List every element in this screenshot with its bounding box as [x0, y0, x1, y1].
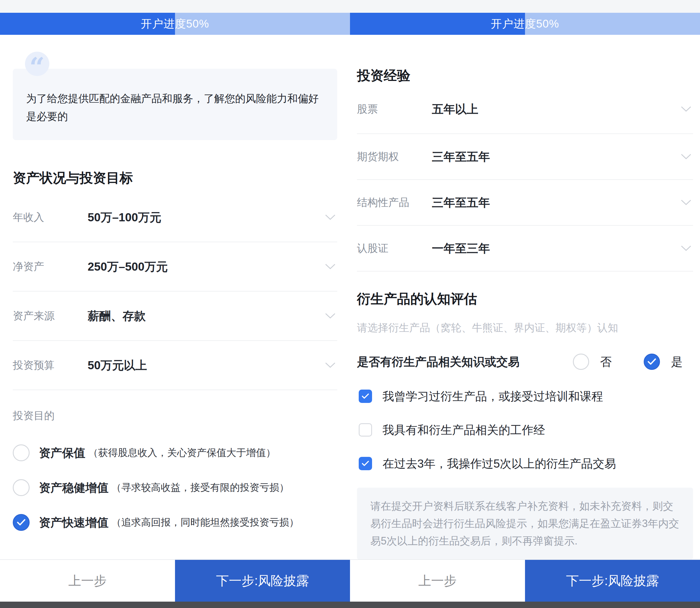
select-row-structured-products[interactable]: 结构性产品 三年至五年 — [357, 180, 693, 226]
field-label: 结构性产品 — [357, 195, 432, 210]
field-label: 资产来源 — [13, 309, 88, 323]
chevron-down-icon — [681, 245, 691, 251]
checkbox-studied-derivatives[interactable]: 我曾学习过衍生产品，或接受过培训和课程 — [357, 387, 693, 406]
checkbox-unchecked-icon[interactable] — [359, 423, 372, 437]
checkbox-checked-icon[interactable] — [359, 457, 372, 470]
footer-left-panel: 上一步 下一步:风险披露 — [0, 560, 350, 602]
radio-option-text: 资产稳健增值 — [39, 480, 109, 496]
chevron-down-icon — [681, 200, 691, 205]
select-row-annual-income[interactable]: 年收入 50万–100万元 — [13, 193, 337, 242]
radio-option-note: （获得股息收入，关心资产保值大于增值） — [88, 446, 276, 459]
field-value: 三年至五年 — [432, 195, 681, 211]
section-title-experience: 投资经验 — [357, 67, 693, 85]
select-row-futures-options[interactable]: 期货期权 三年至五年 — [357, 134, 693, 180]
back-button[interactable]: 上一步 — [350, 560, 525, 602]
radio-unchecked-icon[interactable] — [13, 479, 30, 496]
checkbox-label: 我曾学习过衍生产品，或接受过培训和课程 — [383, 388, 603, 404]
radio-option-steady-growth[interactable]: 资产稳健增值 （寻求较高收益，接受有限的投资亏损） — [13, 479, 337, 496]
progress-bar-right: 开户进度50% — [350, 13, 700, 35]
radio-option-fast-growth[interactable]: 资产快速增值 （追求高回报，同时能坦然接受投资亏损） — [13, 514, 337, 531]
back-button[interactable]: 上一步 — [0, 560, 175, 602]
chevron-down-icon — [325, 264, 335, 269]
field-value: 250万–500万元 — [88, 259, 325, 275]
select-row-stocks[interactable]: 股票 五年以上 — [357, 85, 693, 134]
field-value: 五年以上 — [432, 101, 681, 117]
section-title-derivatives: 衍生产品的认知评估 — [357, 290, 693, 308]
radio-option-note: （追求高回报，同时能坦然接受投资亏损） — [111, 516, 299, 529]
field-value: 薪酬、存款 — [88, 308, 325, 324]
field-label: 认股证 — [357, 241, 432, 255]
progress-label: 开户进度50% — [0, 13, 350, 35]
checkbox-traded-5-times[interactable]: 在过去3年，我操作过5次以上的衍生产品交易 — [357, 454, 693, 473]
field-value: 三年至五年 — [432, 149, 681, 165]
radio-unchecked-icon[interactable] — [13, 444, 30, 461]
radio-label: 否 — [600, 354, 612, 370]
status-bar-strip — [0, 0, 700, 13]
radio-option-preserve[interactable]: 资产保值 （获得股息收入，关心资产保值大于增值） — [13, 444, 337, 461]
field-value: 一年至三年 — [432, 241, 681, 256]
select-row-investment-budget[interactable]: 投资预算 50万元以上 — [13, 341, 337, 390]
chevron-down-icon — [325, 313, 335, 319]
select-row-warrants[interactable]: 认股证 一年至三年 — [357, 226, 693, 271]
quote-glyph-icon: “ — [29, 54, 45, 76]
field-label: 净资产 — [13, 260, 88, 274]
footer-action-bar: 上一步 下一步:风险披露 上一步 下一步:风险披露 — [0, 559, 700, 602]
derivatives-question-row: 是否有衍生产品相关知识或交易 否 是 — [357, 351, 693, 372]
radio-label: 是 — [671, 354, 683, 370]
next-step-button[interactable]: 下一步:风险披露 — [175, 560, 350, 602]
radio-option-text: 资产快速增值 — [39, 515, 109, 531]
intro-quote-box: 为了给您提供匹配的金融产品和服务，了解您的风险能力和偏好是必要的 — [13, 69, 337, 140]
checkbox-checked-icon[interactable] — [359, 390, 372, 403]
chevron-down-icon — [325, 362, 335, 368]
radio-option-no[interactable]: 否 — [573, 354, 612, 370]
progress-bar-left: 开户进度50% — [0, 13, 350, 35]
field-value: 50万–100万元 — [88, 209, 325, 225]
next-step-button[interactable]: 下一步:风险披露 — [525, 560, 700, 602]
radio-option-note: （寻求较高收益，接受有限的投资亏损） — [111, 481, 289, 494]
radio-checked-icon[interactable] — [644, 354, 660, 370]
supplement-notice-box: 请在提交开户资料后联系在线客户补充资料，如未补充资料，则交易衍生品时会进行衍生品… — [357, 488, 693, 559]
field-label: 股票 — [357, 102, 432, 116]
checkbox-label: 在过去3年，我操作过5次以上的衍生产品交易 — [383, 456, 616, 472]
radio-checked-icon[interactable] — [13, 514, 30, 531]
field-label: 投资预算 — [13, 358, 88, 373]
system-bottom-bar — [0, 602, 700, 608]
field-value: 50万元以上 — [88, 357, 325, 373]
chevron-down-icon — [681, 106, 691, 112]
radio-unchecked-icon[interactable] — [573, 354, 589, 370]
footer-right-panel: 上一步 下一步:风险披露 — [350, 560, 700, 602]
section-title-assets: 资产状况与投资目标 — [13, 169, 337, 187]
chevron-down-icon — [325, 214, 335, 220]
derivatives-question: 是否有衍生产品相关知识或交易 — [357, 354, 519, 370]
field-label: 期货期权 — [357, 150, 432, 164]
radio-option-text: 资产保值 — [39, 445, 85, 461]
chevron-down-icon — [681, 154, 691, 159]
checkbox-label: 我具有和衍生产品相关的工作经 — [383, 422, 545, 438]
quote-icon: “ — [25, 52, 49, 76]
yes-no-radio-group: 否 是 — [573, 354, 683, 370]
checkbox-work-experience[interactable]: 我具有和衍生产品相关的工作经 — [357, 420, 693, 439]
radio-option-yes[interactable]: 是 — [644, 354, 683, 370]
field-label: 年收入 — [13, 210, 88, 225]
derivatives-hint-text: 请选择衍生产品（窝轮、牛熊证、界内证、期权等）认知 — [357, 321, 693, 335]
investment-purpose-label: 投资目的 — [13, 409, 337, 423]
panel-experience: 投资经验 股票 五年以上 期货期权 三年至五年 结构性产品 三年至五年 认股证 … — [350, 35, 700, 559]
progress-row: 开户进度50% 开户进度50% — [0, 13, 700, 35]
select-row-asset-source[interactable]: 资产来源 薪酬、存款 — [13, 291, 337, 341]
progress-label: 开户进度50% — [350, 13, 700, 35]
panel-assets: “ 为了给您提供匹配的金融产品和服务，了解您的风险能力和偏好是必要的 资产状况与… — [0, 35, 350, 531]
select-row-net-assets[interactable]: 净资产 250万–500万元 — [13, 242, 337, 291]
